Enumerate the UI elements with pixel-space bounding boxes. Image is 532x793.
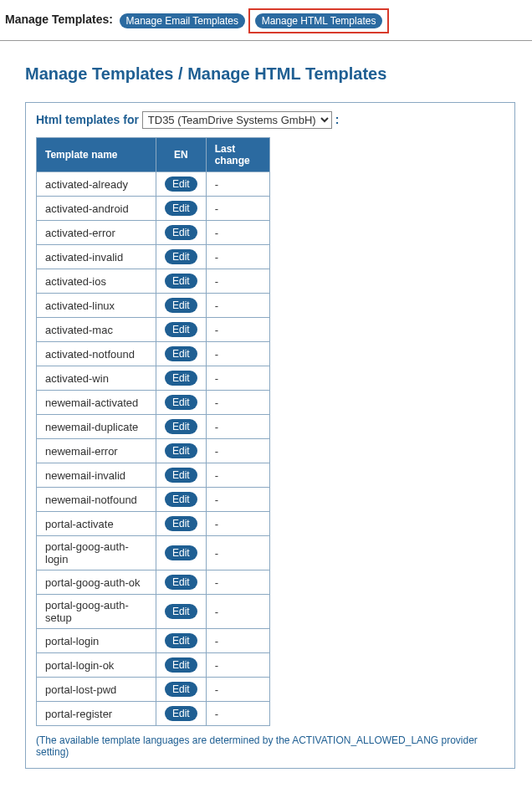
last-change-cell: -: [206, 294, 269, 318]
template-name-cell: activated-invalid: [37, 245, 156, 269]
edit-button[interactable]: Edit: [165, 177, 197, 192]
edit-button[interactable]: Edit: [165, 633, 197, 648]
template-en-cell: Edit: [156, 463, 207, 488]
template-en-cell: Edit: [156, 570, 207, 595]
col-header-en: EN: [156, 138, 207, 172]
template-en-cell: Edit: [156, 391, 207, 415]
template-en-cell: Edit: [156, 595, 207, 629]
edit-button[interactable]: Edit: [165, 468, 197, 483]
template-name-cell: newemail-activated: [37, 391, 156, 415]
last-change-cell: -: [206, 439, 269, 463]
edit-button[interactable]: Edit: [165, 346, 197, 361]
template-name-cell: portal-lost-pwd: [37, 678, 156, 702]
panel-header: Html templates for TD35 (TeamDrive Syste…: [36, 111, 504, 129]
table-row: activated-winEdit-: [37, 366, 270, 391]
edit-button[interactable]: Edit: [165, 516, 197, 531]
table-row: portal-goog-auth-loginEdit-: [37, 536, 270, 570]
topbar-button-wrap: Manage Email Templates: [120, 13, 246, 28]
table-row: portal-lost-pwdEdit-: [37, 678, 270, 702]
last-change-cell: -: [206, 463, 269, 488]
table-row: portal-login-okEdit-: [37, 653, 270, 678]
last-change-cell: -: [206, 536, 269, 570]
template-en-cell: Edit: [156, 366, 207, 391]
template-en-cell: Edit: [156, 629, 207, 653]
template-name-cell: portal-activate: [37, 512, 156, 536]
table-row: portal-registerEdit-: [37, 702, 270, 726]
page-title: Manage Templates / Manage HTML Templates: [25, 64, 532, 84]
template-name-cell: portal-goog-auth-ok: [37, 570, 156, 595]
edit-button[interactable]: Edit: [165, 682, 197, 697]
template-en-cell: Edit: [156, 536, 207, 570]
template-en-cell: Edit: [156, 221, 207, 245]
last-change-cell: -: [206, 269, 269, 294]
last-change-cell: -: [206, 595, 269, 629]
template-name-cell: activated-android: [37, 197, 156, 221]
template-name-cell: activated-mac: [37, 318, 156, 342]
last-change-cell: -: [206, 342, 269, 366]
edit-button[interactable]: Edit: [165, 201, 197, 216]
template-name-cell: activated-linux: [37, 294, 156, 318]
last-change-cell: -: [206, 629, 269, 653]
table-row: newemail-invalidEdit-: [37, 463, 270, 488]
last-change-cell: -: [206, 391, 269, 415]
table-row: activated-invalidEdit-: [37, 245, 270, 269]
template-name-cell: portal-register: [37, 702, 156, 726]
manage-html-templates-button[interactable]: Manage HTML Templates: [255, 13, 383, 28]
last-change-cell: -: [206, 172, 269, 197]
table-header-row: Template name EN Last change: [37, 138, 270, 172]
top-bar: Manage Templates: Manage Email Templates…: [0, 0, 532, 41]
template-name-cell: newemail-error: [37, 439, 156, 463]
template-en-cell: Edit: [156, 653, 207, 678]
table-row: newemail-notfoundEdit-: [37, 488, 270, 512]
edit-button[interactable]: Edit: [165, 274, 197, 289]
edit-button[interactable]: Edit: [165, 575, 197, 590]
last-change-cell: -: [206, 570, 269, 595]
edit-button[interactable]: Edit: [165, 706, 197, 721]
footnote: (The available template languages are de…: [36, 734, 504, 758]
last-change-cell: -: [206, 488, 269, 512]
table-row: activated-macEdit-: [37, 318, 270, 342]
template-en-cell: Edit: [156, 172, 207, 197]
last-change-cell: -: [206, 702, 269, 726]
edit-button[interactable]: Edit: [165, 545, 197, 560]
table-row: portal-goog-auth-setupEdit-: [37, 595, 270, 629]
edit-button[interactable]: Edit: [165, 225, 197, 240]
table-row: portal-goog-auth-okEdit-: [37, 570, 270, 595]
edit-button[interactable]: Edit: [165, 298, 197, 313]
edit-button[interactable]: Edit: [165, 322, 197, 337]
template-name-cell: activated-error: [37, 221, 156, 245]
last-change-cell: -: [206, 245, 269, 269]
edit-button[interactable]: Edit: [165, 492, 197, 507]
table-row: activated-iosEdit-: [37, 269, 270, 294]
template-en-cell: Edit: [156, 294, 207, 318]
template-name-cell: portal-goog-auth-setup: [37, 595, 156, 629]
edit-button[interactable]: Edit: [165, 395, 197, 410]
template-name-cell: activated-win: [37, 366, 156, 391]
table-row: newemail-errorEdit-: [37, 439, 270, 463]
edit-button[interactable]: Edit: [165, 657, 197, 673]
edit-button[interactable]: Edit: [165, 419, 197, 434]
template-name-cell: portal-login: [37, 629, 156, 653]
template-en-cell: Edit: [156, 439, 207, 463]
templates-table: Template name EN Last change activated-a…: [36, 137, 270, 726]
tenant-select[interactable]: TD35 (TeamDrive Systems GmbH): [142, 111, 332, 129]
last-change-cell: -: [206, 512, 269, 536]
edit-button[interactable]: Edit: [165, 249, 197, 264]
manage-email-templates-button[interactable]: Manage Email Templates: [120, 13, 246, 28]
col-header-last-change: Last change: [206, 138, 269, 172]
template-en-cell: Edit: [156, 342, 207, 366]
template-en-cell: Edit: [156, 678, 207, 702]
templates-panel: Html templates for TD35 (TeamDrive Syste…: [25, 102, 515, 769]
template-name-cell: portal-goog-auth-login: [37, 536, 156, 570]
table-row: activated-notfoundEdit-: [37, 342, 270, 366]
last-change-cell: -: [206, 415, 269, 439]
edit-button[interactable]: Edit: [165, 443, 197, 458]
topbar-button-wrap: Manage HTML Templates: [248, 8, 390, 33]
table-row: activated-linuxEdit-: [37, 294, 270, 318]
last-change-cell: -: [206, 318, 269, 342]
template-en-cell: Edit: [156, 269, 207, 294]
template-en-cell: Edit: [156, 415, 207, 439]
table-row: newemail-duplicateEdit-: [37, 415, 270, 439]
edit-button[interactable]: Edit: [165, 604, 197, 619]
edit-button[interactable]: Edit: [165, 371, 197, 386]
